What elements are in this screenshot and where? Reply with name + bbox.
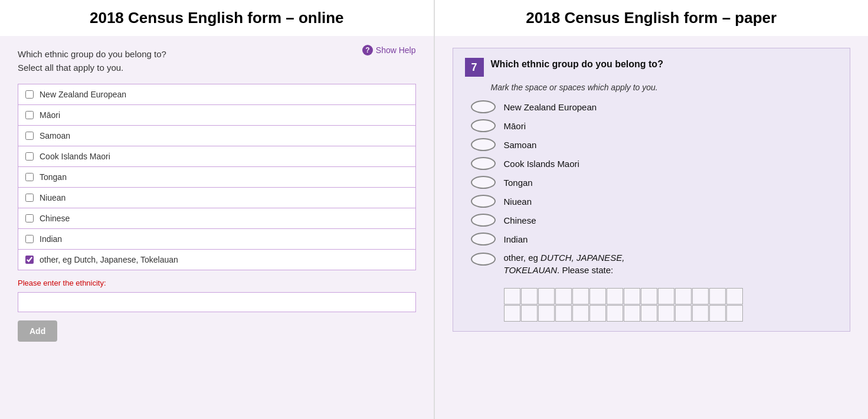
paper-subtext: Mark the space or spaces which apply to … bbox=[491, 83, 838, 92]
paper-option-tongan: Tongan bbox=[471, 176, 838, 189]
text-box-cell bbox=[624, 288, 640, 305]
paper-option-label-other: other, eg DUTCH, JAPANESE,TOKELAUAN. Ple… bbox=[504, 251, 625, 276]
checkbox-label-maori: Māori bbox=[40, 110, 60, 120]
paper-oval-samoan bbox=[471, 138, 496, 151]
checkbox-tongan[interactable] bbox=[25, 173, 34, 181]
paper-panel: 2018 Census English form – paper 7 Which… bbox=[434, 0, 869, 419]
text-box-cell bbox=[692, 305, 709, 322]
text-box-cell bbox=[709, 305, 726, 322]
checkbox-label-nze: New Zealand European bbox=[40, 90, 126, 99]
checkbox-cook[interactable] bbox=[25, 152, 34, 161]
paper-oval-other bbox=[471, 253, 496, 266]
paper-oval-maori bbox=[471, 119, 496, 132]
help-link-label: Show Help bbox=[376, 45, 416, 55]
help-icon: ? bbox=[362, 45, 373, 55]
checkbox-item-niuean[interactable]: Niuean bbox=[18, 187, 416, 208]
paper-question-text: Which ethnic group do you belong to? bbox=[491, 58, 663, 71]
text-box-cell bbox=[521, 288, 538, 305]
checkbox-nze[interactable] bbox=[25, 90, 34, 99]
checkbox-item-tongan[interactable]: Tongan bbox=[18, 166, 416, 187]
ethnic-checkbox-list: New Zealand EuropeanMāoriSamoanCook Isla… bbox=[18, 84, 416, 270]
text-box-cell bbox=[675, 305, 692, 322]
text-box-cell bbox=[538, 288, 555, 305]
checkbox-item-chinese[interactable]: Chinese bbox=[18, 208, 416, 228]
checkbox-samoan[interactable] bbox=[25, 132, 34, 140]
text-box-cell bbox=[607, 288, 623, 305]
text-box-cell bbox=[555, 288, 572, 305]
checkbox-label-samoan: Samoan bbox=[40, 131, 70, 140]
paper-option-label-chinese: Chinese bbox=[504, 215, 536, 225]
paper-option-cook: Cook Islands Maori bbox=[471, 157, 838, 170]
checkbox-label-chinese: Chinese bbox=[40, 214, 70, 223]
text-box-cell bbox=[624, 305, 640, 322]
text-box-cell bbox=[589, 305, 606, 322]
paper-option-other: other, eg DUTCH, JAPANESE,TOKELAUAN. Ple… bbox=[471, 251, 838, 276]
checkbox-indian[interactable] bbox=[25, 235, 34, 243]
text-box-cell bbox=[675, 288, 692, 305]
paper-option-label-cook: Cook Islands Maori bbox=[504, 159, 579, 169]
checkbox-maori[interactable] bbox=[25, 111, 34, 119]
paper-option-samoan: Samoan bbox=[471, 138, 838, 151]
paper-option-chinese: Chinese bbox=[471, 214, 838, 227]
ethnicity-input[interactable] bbox=[18, 292, 416, 312]
checkbox-item-samoan[interactable]: Samoan bbox=[18, 125, 416, 146]
show-help-link[interactable]: ? Show Help bbox=[362, 45, 416, 55]
text-box-cell bbox=[589, 288, 606, 305]
paper-option-nze: New Zealand European bbox=[471, 100, 838, 113]
paper-option-label-nze: New Zealand European bbox=[504, 102, 597, 112]
text-box-cell bbox=[641, 288, 657, 305]
checkbox-label-cook: Cook Islands Maori bbox=[40, 152, 110, 161]
paper-option-label-tongan: Tongan bbox=[504, 178, 533, 188]
paper-oval-indian bbox=[471, 233, 496, 245]
paper-option-niuean: Niuean bbox=[471, 195, 838, 208]
paper-title: 2018 Census English form – paper bbox=[435, 0, 869, 36]
paper-option-label-niuean: Niuean bbox=[504, 197, 532, 207]
text-box-cell bbox=[709, 288, 726, 305]
paper-option-label-maori: Māori bbox=[504, 121, 526, 131]
paper-oval-chinese bbox=[471, 214, 496, 227]
paper-oval-nze bbox=[471, 100, 496, 113]
online-question-text: Which ethnic group do you belong to?Sele… bbox=[18, 48, 416, 74]
text-box-cell bbox=[504, 288, 520, 305]
text-box-cell bbox=[658, 305, 674, 322]
checkbox-label-tongan: Tongan bbox=[40, 172, 67, 182]
checkbox-item-nze[interactable]: New Zealand European bbox=[18, 84, 416, 104]
text-box-cell bbox=[538, 305, 555, 322]
text-box-cell bbox=[572, 288, 589, 305]
text-box-cell bbox=[521, 305, 538, 322]
text-boxes-grid bbox=[504, 288, 838, 322]
text-box-cell bbox=[692, 288, 709, 305]
checkbox-item-cook[interactable]: Cook Islands Maori bbox=[18, 146, 416, 166]
online-title: 2018 Census English form – online bbox=[0, 0, 434, 36]
checkbox-niuean[interactable] bbox=[25, 194, 34, 202]
text-box-cell bbox=[572, 305, 589, 322]
checkbox-label-niuean: Niuean bbox=[40, 193, 65, 202]
text-box-cell bbox=[658, 288, 674, 305]
text-box-cell bbox=[504, 305, 520, 322]
text-box-cell bbox=[726, 305, 743, 322]
online-panel: 2018 Census English form – online ? Show… bbox=[0, 0, 434, 419]
paper-oval-niuean bbox=[471, 195, 496, 208]
paper-option-indian: Indian bbox=[471, 233, 838, 245]
checkbox-item-other[interactable]: other, eg Dutch, Japanese, Tokelauan bbox=[18, 249, 416, 270]
paper-form: 7 Which ethnic group do you belong to? M… bbox=[453, 48, 851, 332]
checkbox-label-indian: Indian bbox=[40, 234, 62, 244]
text-box-cell bbox=[641, 305, 657, 322]
add-button[interactable]: Add bbox=[18, 320, 57, 342]
paper-option-maori: Māori bbox=[471, 119, 838, 132]
question-number: 7 bbox=[465, 58, 484, 77]
checkbox-label-other: other, eg Dutch, Japanese, Tokelauan bbox=[40, 255, 178, 264]
error-text: Please enter the ethnicity: bbox=[18, 279, 416, 287]
text-box-cell bbox=[607, 305, 623, 322]
paper-option-label-samoan: Samoan bbox=[504, 140, 537, 150]
paper-option-label-indian: Indian bbox=[504, 234, 528, 244]
text-box-cell bbox=[726, 288, 743, 305]
text-box-cell bbox=[555, 305, 572, 322]
checkbox-item-indian[interactable]: Indian bbox=[18, 228, 416, 249]
question-header: 7 Which ethnic group do you belong to? bbox=[465, 58, 838, 77]
checkbox-other[interactable] bbox=[25, 256, 34, 264]
paper-oval-tongan bbox=[471, 176, 496, 189]
checkbox-chinese[interactable] bbox=[25, 214, 34, 222]
checkbox-item-maori[interactable]: Māori bbox=[18, 104, 416, 125]
paper-options-list: New Zealand EuropeanMāoriSamoanCook Isla… bbox=[471, 100, 838, 322]
